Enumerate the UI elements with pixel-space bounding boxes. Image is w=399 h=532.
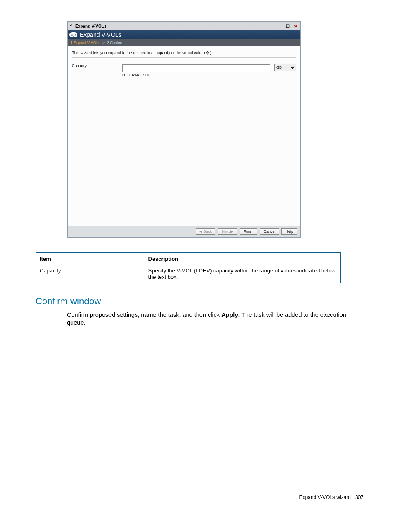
table-header-description: Description — [145, 253, 340, 265]
window-titlebar: ⌃ Expand V-VOLs ☐ ✕ — [68, 22, 300, 30]
unit-select[interactable]: GB — [274, 64, 296, 71]
page-footer: Expand V-VOLs wizard 307 — [36, 494, 363, 500]
capacity-input[interactable] — [122, 64, 270, 72]
maximize-icon[interactable]: ☐ — [285, 24, 291, 28]
cancel-button[interactable]: Cancel — [260, 228, 279, 235]
table-cell-item: Capacity — [36, 265, 145, 283]
section-paragraph: Confirm proposed settings, name the task… — [67, 311, 363, 327]
breadcrumb: 1.Expand V-VOLs > 2.Confirm — [68, 39, 300, 46]
breadcrumb-step-1: 1.Expand V-VOLs — [70, 41, 100, 45]
section-text-before: Confirm proposed settings, name the task… — [67, 311, 221, 318]
chevron-up-icon[interactable]: ⌃ — [69, 24, 73, 28]
description-table: Item Description Capacity Specify the V-… — [36, 252, 341, 283]
finish-button[interactable]: Finish — [240, 228, 257, 235]
breadcrumb-step-2: 2.Confirm — [107, 41, 123, 45]
close-icon[interactable]: ✕ — [293, 24, 299, 28]
section-text-bold: Apply — [221, 311, 238, 318]
banner-title: Expand V-VOLs — [80, 31, 122, 38]
capacity-label: Capacity : — [72, 64, 118, 68]
back-button: ◀ Back — [196, 228, 216, 235]
wizard-body: This wizard lets you expand to the defin… — [68, 46, 300, 226]
wizard-button-bar: ◀ Back Next ▶ Finish Cancel Help — [68, 226, 300, 237]
window-title: Expand V-VOLs — [75, 24, 106, 28]
footer-page-number: 307 — [355, 494, 363, 500]
table-row: Capacity Specify the V-VOL (LDEV) capaci… — [36, 265, 340, 283]
table-header-item: Item — [36, 253, 145, 265]
next-button: Next ▶ — [218, 228, 237, 235]
table-cell-desc: Specify the V-VOL (LDEV) capacity within… — [145, 265, 340, 283]
help-button[interactable]: Help — [281, 228, 297, 235]
capacity-row: Capacity : (1.01-61439.99) GB — [72, 64, 296, 77]
wizard-window: ⌃ Expand V-VOLs ☐ ✕ hp Expand V-VOLs 1.E… — [67, 21, 301, 238]
capacity-range-hint: (1.01-61439.99) — [122, 73, 270, 77]
footer-label: Expand V-VOLs wizard — [299, 494, 351, 500]
section-heading: Confirm window — [36, 296, 363, 307]
hp-logo-icon: hp — [69, 32, 77, 37]
breadcrumb-separator: > — [102, 41, 105, 45]
banner: hp Expand V-VOLs — [68, 30, 300, 39]
wizard-description: This wizard lets you expand to the defin… — [72, 50, 296, 58]
